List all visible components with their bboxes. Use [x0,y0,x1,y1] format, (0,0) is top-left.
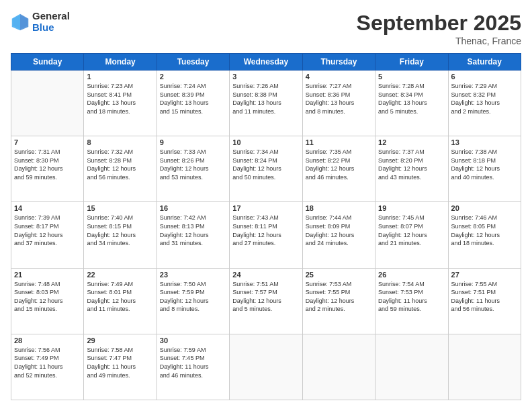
month-title: September 2025 [357,11,521,36]
day-cell: 25Sunrise: 7:53 AMSunset: 7:55 PMDayligh… [302,268,375,334]
day-cell: 26Sunrise: 7:54 AMSunset: 7:53 PMDayligh… [375,268,448,334]
weekday-header-sunday: Sunday [11,54,84,71]
day-number: 3 [232,73,299,81]
week-row-3: 21Sunrise: 7:48 AMSunset: 8:03 PMDayligh… [11,268,521,334]
day-number: 25 [306,271,372,279]
day-info: Sunrise: 7:55 AMSunset: 7:51 PMDaylight:… [451,280,518,314]
day-cell: 15Sunrise: 7:40 AMSunset: 8:15 PMDayligh… [84,202,157,268]
day-cell: 1Sunrise: 7:23 AMSunset: 8:41 PMDaylight… [84,71,157,136]
day-info: Sunrise: 7:50 AMSunset: 7:59 PMDaylight:… [160,280,226,314]
week-row-1: 7Sunrise: 7:31 AMSunset: 8:30 PMDaylight… [11,136,521,202]
day-number: 14 [14,204,81,212]
day-info: Sunrise: 7:58 AMSunset: 7:47 PMDaylight:… [87,346,153,379]
day-info: Sunrise: 7:32 AMSunset: 8:28 PMDaylight:… [87,148,153,181]
location: Thenac, France [357,36,521,46]
svg-marker-2 [12,13,20,30]
day-cell [230,334,302,400]
day-info: Sunrise: 7:37 AMSunset: 8:20 PMDaylight:… [378,148,445,181]
day-info: Sunrise: 7:26 AMSunset: 8:38 PMDaylight:… [232,82,299,116]
day-cell: 18Sunrise: 7:44 AMSunset: 8:09 PMDayligh… [302,202,375,268]
day-info: Sunrise: 7:35 AMSunset: 8:22 PMDaylight:… [306,148,372,181]
day-info: Sunrise: 7:53 AMSunset: 7:55 PMDaylight:… [306,280,372,314]
day-info: Sunrise: 7:43 AMSunset: 8:11 PMDaylight:… [232,214,299,247]
day-number: 29 [87,336,153,345]
day-number: 15 [87,204,153,212]
day-info: Sunrise: 7:51 AMSunset: 7:57 PMDaylight:… [232,280,299,314]
day-number: 19 [378,204,445,212]
week-row-2: 14Sunrise: 7:39 AMSunset: 8:17 PMDayligh… [11,202,521,268]
day-info: Sunrise: 7:24 AMSunset: 8:39 PMDaylight:… [160,82,226,116]
day-cell: 13Sunrise: 7:38 AMSunset: 8:18 PMDayligh… [448,136,521,202]
day-info: Sunrise: 7:46 AMSunset: 8:05 PMDaylight:… [451,214,518,247]
day-info: Sunrise: 7:38 AMSunset: 8:18 PMDaylight:… [451,148,518,181]
svg-marker-1 [20,13,28,30]
day-number: 1 [87,73,153,81]
day-info: Sunrise: 7:34 AMSunset: 8:24 PMDaylight:… [232,148,299,181]
day-cell: 24Sunrise: 7:51 AMSunset: 7:57 PMDayligh… [230,268,302,334]
day-number: 23 [160,271,226,279]
day-cell: 30Sunrise: 7:59 AMSunset: 7:45 PMDayligh… [157,334,229,400]
day-info: Sunrise: 7:29 AMSunset: 8:32 PMDaylight:… [451,82,518,116]
day-info: Sunrise: 7:56 AMSunset: 7:49 PMDaylight:… [14,346,81,379]
day-info: Sunrise: 7:39 AMSunset: 8:17 PMDaylight:… [14,214,81,247]
day-number: 4 [306,73,372,81]
weekday-header-tuesday: Tuesday [157,54,229,71]
day-cell: 21Sunrise: 7:48 AMSunset: 8:03 PMDayligh… [11,268,84,334]
weekday-header-thursday: Thursday [302,54,375,71]
day-number: 20 [451,204,518,212]
day-info: Sunrise: 7:44 AMSunset: 8:09 PMDaylight:… [306,214,372,247]
day-cell: 23Sunrise: 7:50 AMSunset: 7:59 PMDayligh… [157,268,229,334]
day-number: 24 [232,271,299,279]
logo-blue: Blue [32,22,70,34]
day-info: Sunrise: 7:28 AMSunset: 8:34 PMDaylight:… [378,82,445,116]
weekday-header-friday: Friday [375,54,448,71]
calendar-table: SundayMondayTuesdayWednesdayThursdayFrid… [11,53,521,400]
day-cell: 10Sunrise: 7:34 AMSunset: 8:24 PMDayligh… [230,136,302,202]
day-info: Sunrise: 7:31 AMSunset: 8:30 PMDaylight:… [14,148,81,181]
logo: General Blue [11,11,70,33]
day-cell: 20Sunrise: 7:46 AMSunset: 8:05 PMDayligh… [448,202,521,268]
day-cell [11,71,84,136]
day-number: 26 [378,271,445,279]
day-info: Sunrise: 7:59 AMSunset: 7:45 PMDaylight:… [160,346,226,379]
day-number: 8 [87,138,153,146]
logo-icon [11,13,30,32]
day-cell [375,334,448,400]
day-info: Sunrise: 7:42 AMSunset: 8:13 PMDaylight:… [160,214,226,247]
day-cell: 19Sunrise: 7:45 AMSunset: 8:07 PMDayligh… [375,202,448,268]
day-number: 11 [306,138,372,146]
day-number: 22 [87,271,153,279]
day-number: 18 [306,204,372,212]
day-info: Sunrise: 7:49 AMSunset: 8:01 PMDaylight:… [87,280,153,314]
weekday-header-saturday: Saturday [448,54,521,71]
day-info: Sunrise: 7:48 AMSunset: 8:03 PMDaylight:… [14,280,81,314]
day-number: 17 [232,204,299,212]
calendar-page: General Blue September 2025 Thenac, Fran… [0,0,532,411]
day-number: 2 [160,73,226,81]
day-cell: 2Sunrise: 7:24 AMSunset: 8:39 PMDaylight… [157,71,229,136]
day-number: 28 [14,336,81,345]
logo-text: General Blue [32,11,70,33]
day-cell: 14Sunrise: 7:39 AMSunset: 8:17 PMDayligh… [11,202,84,268]
logo-general: General [32,11,70,22]
day-number: 6 [451,73,518,81]
day-info: Sunrise: 7:54 AMSunset: 7:53 PMDaylight:… [378,280,445,314]
day-cell: 28Sunrise: 7:56 AMSunset: 7:49 PMDayligh… [11,334,84,400]
title-block: September 2025 Thenac, France [357,11,521,46]
day-cell: 12Sunrise: 7:37 AMSunset: 8:20 PMDayligh… [375,136,448,202]
day-cell: 17Sunrise: 7:43 AMSunset: 8:11 PMDayligh… [230,202,302,268]
day-cell: 9Sunrise: 7:33 AMSunset: 8:26 PMDaylight… [157,136,229,202]
day-info: Sunrise: 7:40 AMSunset: 8:15 PMDaylight:… [87,214,153,247]
day-number: 5 [378,73,445,81]
day-number: 10 [232,138,299,146]
weekday-header-row: SundayMondayTuesdayWednesdayThursdayFrid… [11,54,521,71]
week-row-4: 28Sunrise: 7:56 AMSunset: 7:49 PMDayligh… [11,334,521,400]
day-info: Sunrise: 7:23 AMSunset: 8:41 PMDaylight:… [87,82,153,116]
day-cell: 22Sunrise: 7:49 AMSunset: 8:01 PMDayligh… [84,268,157,334]
day-cell: 7Sunrise: 7:31 AMSunset: 8:30 PMDaylight… [11,136,84,202]
weekday-header-wednesday: Wednesday [230,54,302,71]
day-cell: 27Sunrise: 7:55 AMSunset: 7:51 PMDayligh… [448,268,521,334]
day-number: 9 [160,138,226,146]
day-number: 21 [14,271,81,279]
day-cell: 16Sunrise: 7:42 AMSunset: 8:13 PMDayligh… [157,202,229,268]
